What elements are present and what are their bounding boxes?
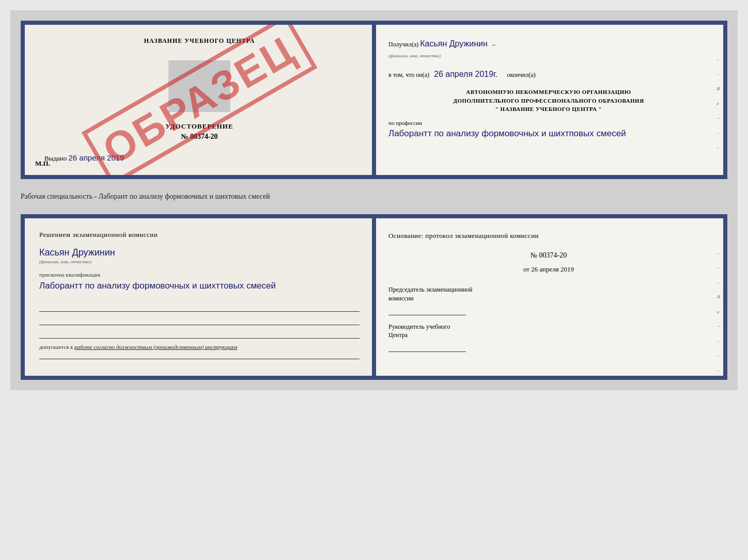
top-left-title: НАЗВАНИЕ УЧЕБНОГО ЦЕНТРА [39,37,360,45]
date-prefix: в том, что он(а) [388,71,429,78]
protocol-number: № 00374-20 [388,250,709,261]
protocol-date-prefix: от [523,265,529,273]
cert-issued: Выдано 26 апреля 2019 [44,153,360,163]
cert-number: № 00374-20 [39,133,360,141]
sign-line-2 [39,316,360,325]
chairman-line1: Председатель экзаменационной [388,285,709,294]
date-line: в том, что он(а) 26 апреля 2019г. окончи… [388,68,709,81]
sign-line-1 [39,302,360,312]
profession-prefix: по профессии [388,119,709,128]
fio-label-top: (фамилия, имя, отчество) [388,53,441,58]
issued-date: 26 апреля 2019 [69,153,124,162]
chairman-line2: комиссии [388,294,709,303]
top-doc-left: НАЗВАНИЕ УЧЕБНОГО ЦЕНТРА УДОСТОВЕРЕНИЕ №… [25,25,374,175]
sign-line-4 [39,350,360,359]
completion-date: 26 апреля 2019г. [434,70,497,78]
bottom-name-handwritten: Касьян Дружинин [39,247,360,258]
allows-text: допускается к работе согласно должностны… [39,344,360,350]
qualification-text: Лаборантт по анализу формовочных и шихтт… [39,280,360,292]
chairman-sign-line [388,305,466,315]
mp-label: М.П. [35,159,50,168]
director-sign-line [388,342,466,352]
allows-details: работе согласно должностным (производств… [74,344,237,350]
side-marks-bottom: – – – И а ← – – – [717,249,722,374]
allows-prefix: допускается к [39,344,73,350]
received-line: Получил(а) Касьян Дружинин – (фамилия, и… [388,37,709,60]
received-name: Касьян Дружинин [420,39,487,48]
qualification-label: присвоена квалификация [39,271,360,278]
separator-text: Рабочая специальность - Лаборант по анал… [21,189,727,204]
top-document: НАЗВАНИЕ УЧЕБНОГО ЦЕНТРА УДОСТОВЕРЕНИЕ №… [21,21,727,179]
bottom-document: Решением экзаменационной комиссии Касьян… [21,214,727,380]
finished-label: окончил(а) [507,71,535,78]
commission-title: Решением экзаменационной комиссии [39,231,360,239]
cert-photo-placeholder [168,60,230,112]
side-marks-top: – – И а ← – – [716,56,721,151]
top-doc-right: Получил(а) Касьян Дружинин – (фамилия, и… [374,25,723,175]
protocol-date: от 26 апреля 2019 [388,264,709,275]
director-line2: Центра [388,331,709,340]
org-line3: " НАЗВАНИЕ УЧЕБНОГО ЦЕНТРА " [388,105,709,114]
cert-label: УДОСТОВЕРЕНИЕ [39,122,360,131]
bottom-doc-left: Решением экзаменационной комиссии Касьян… [25,218,374,376]
profession-text: Лаборантт по анализу формовочных и шихтп… [388,127,709,140]
director-label: Руководитель учебного Центра [388,323,709,340]
page-container: НАЗВАНИЕ УЧЕБНОГО ЦЕНТРА УДОСТОВЕРЕНИЕ №… [10,10,738,390]
chairman-label: Председатель экзаменационной комиссии [388,285,709,303]
org-info: АВТОНОМНУЮ НЕКОММЕРЧЕСКУЮ ОРГАНИЗАЦИЮ ДО… [388,88,709,114]
sign-line-3 [39,329,360,339]
basis-title: Основание: протокол экзаменационной коми… [388,231,709,242]
org-line1: АВТОНОМНУЮ НЕКОММЕРЧЕСКУЮ ОРГАНИЗАЦИЮ [388,88,709,97]
bottom-doc-right: Основание: протокол экзаменационной коми… [374,218,723,376]
protocol-date-value: 26 апреля 2019 [531,265,574,273]
director-line1: Руководитель учебного [388,323,709,331]
received-prefix: Получил(а) [388,41,418,48]
org-line2: ДОПОЛНИТЕЛЬНОГО ПРОФЕССИОНАЛЬНОГО ОБРАЗО… [388,97,709,105]
bottom-fio-label: (фамилия, имя, отчество) [39,259,360,264]
